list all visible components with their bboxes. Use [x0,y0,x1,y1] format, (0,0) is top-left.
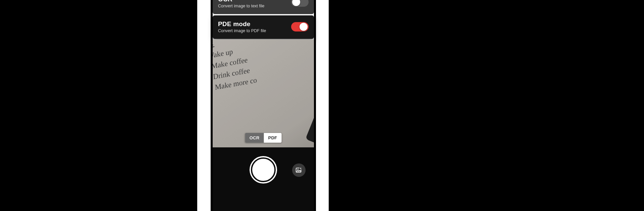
phone-bezel-right [314,0,316,211]
toggle-pdf[interactable] [291,22,309,31]
image-plus-icon [295,166,303,174]
letterbox-right [329,0,644,211]
app-screenshot: OCR Convert image to text file PDE mode … [0,0,644,211]
pen-prop: Ban [305,40,314,147]
phone-screen: OCR Convert image to text file PDE mode … [213,0,314,211]
mode-option-pdf[interactable]: PDF [264,133,281,143]
settings-ocr-title: OCR [218,0,264,3]
camera-footer [213,147,314,211]
paper-surface: Ban o do: Wake up Make coffee Drink coff… [213,40,314,147]
toggle-knob [300,23,308,31]
gallery-button[interactable] [292,163,306,177]
toggle-ocr[interactable] [291,0,309,7]
settings-ocr-subtitle: Convert image to text file [218,4,264,8]
camera-viewfinder: Ban o do: Wake up Make coffee Drink coff… [213,40,314,147]
handwritten-list: o do: Wake up Make coffee Drink coffee M… [213,40,258,96]
settings-card-pdf[interactable]: PDE mode Convert image to PDF file [213,15,314,39]
mode-option-ocr[interactable]: OCR [245,133,264,143]
settings-pdf-title: PDE mode [218,20,266,28]
mode-selector[interactable]: OCR PDF [245,133,282,143]
letterbox-left [0,0,197,211]
settings-card-ocr[interactable]: OCR Convert image to text file [213,0,314,14]
svg-point-1 [298,169,299,170]
settings-pdf-subtitle: Convert image to PDF file [218,28,266,33]
shutter-button[interactable] [251,157,276,182]
toggle-knob [292,0,300,6]
